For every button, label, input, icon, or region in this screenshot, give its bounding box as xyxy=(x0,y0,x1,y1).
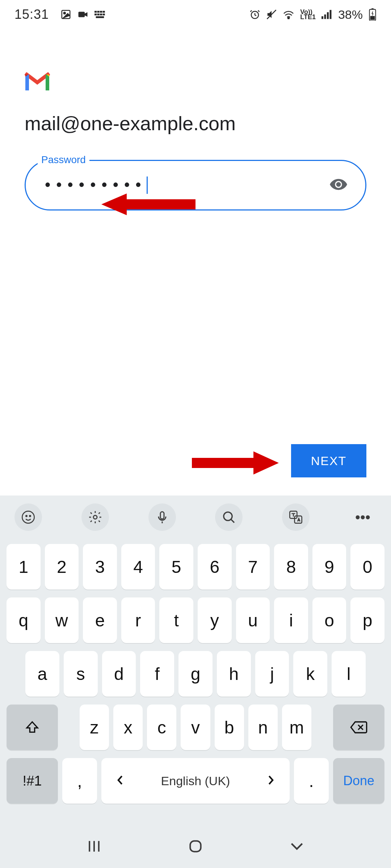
password-input[interactable]: ••••••••• xyxy=(25,160,366,210)
key-b[interactable]: b xyxy=(215,705,244,750)
key-9[interactable]: 9 xyxy=(312,544,346,590)
svg-rect-6 xyxy=(103,11,105,13)
picture-icon xyxy=(60,9,71,20)
key-u[interactable]: u xyxy=(236,597,270,643)
more-icon[interactable]: ••• xyxy=(349,503,377,531)
password-field-wrap: Password ••••••••• xyxy=(25,160,366,210)
key-v[interactable]: v xyxy=(181,705,210,750)
key-5[interactable]: 5 xyxy=(159,544,193,590)
key-h[interactable]: h xyxy=(217,651,251,697)
status-time: 15:31 xyxy=(14,7,49,22)
key-1[interactable]: 1 xyxy=(7,544,41,590)
show-password-icon[interactable] xyxy=(329,175,348,195)
text-cursor xyxy=(147,176,148,194)
key-o[interactable]: o xyxy=(312,597,346,643)
nav-back-icon[interactable] xyxy=(282,835,311,857)
svg-rect-10 xyxy=(103,14,105,16)
key-e[interactable]: e xyxy=(83,597,117,643)
key-3[interactable]: 3 xyxy=(83,544,117,590)
svg-rect-35 xyxy=(190,841,201,851)
svg-point-1 xyxy=(64,12,66,14)
key-0[interactable]: 0 xyxy=(350,544,384,590)
svg-rect-23 xyxy=(46,75,49,90)
emoji-icon[interactable] xyxy=(14,503,42,531)
svg-rect-4 xyxy=(97,11,100,13)
space-language-label: English (UK) xyxy=(161,774,230,788)
key-s[interactable]: s xyxy=(64,651,98,697)
annotation-arrow-icon xyxy=(192,450,279,478)
key-2[interactable]: 2 xyxy=(45,544,79,590)
key-r[interactable]: r xyxy=(121,597,155,643)
key-a[interactable]: a xyxy=(25,651,59,697)
keyboard-row-4: z x c v b n m xyxy=(7,705,384,750)
key-n[interactable]: n xyxy=(248,705,278,750)
search-icon[interactable] xyxy=(215,503,243,531)
key-4[interactable]: 4 xyxy=(121,544,155,590)
next-button[interactable]: NEXT xyxy=(291,444,366,477)
svg-point-27 xyxy=(93,515,97,519)
key-z[interactable]: z xyxy=(80,705,109,750)
keyboard-row-3: a s d f g h j k l xyxy=(7,651,384,697)
key-j[interactable]: j xyxy=(255,651,289,697)
svg-point-24 xyxy=(22,511,34,523)
key-comma[interactable]: , xyxy=(62,758,97,804)
key-7[interactable]: 7 xyxy=(236,544,270,590)
svg-rect-20 xyxy=(371,8,374,9)
keyboard-row-5: !#1 , English (UK) . Done xyxy=(7,758,384,804)
key-d[interactable]: d xyxy=(102,651,136,697)
key-8[interactable]: 8 xyxy=(274,544,308,590)
translate-icon[interactable] xyxy=(282,503,310,531)
key-backspace[interactable] xyxy=(333,705,384,750)
nav-recents-icon[interactable] xyxy=(80,835,109,857)
key-k[interactable]: k xyxy=(293,651,327,697)
video-icon xyxy=(77,9,89,20)
key-g[interactable]: g xyxy=(178,651,213,697)
svg-point-29 xyxy=(224,512,232,520)
nav-home-icon[interactable] xyxy=(181,835,210,857)
key-m[interactable]: m xyxy=(282,705,311,750)
key-t[interactable]: t xyxy=(159,597,193,643)
key-space[interactable]: English (UK) xyxy=(101,758,290,804)
key-i[interactable]: i xyxy=(274,597,308,643)
annotation-arrow-icon xyxy=(101,192,196,218)
soft-keyboard: ••• 1 2 3 4 5 6 7 8 9 0 q w e r t y u i … xyxy=(0,495,391,868)
key-x[interactable]: x xyxy=(113,705,143,750)
gear-icon[interactable] xyxy=(81,503,109,531)
key-done[interactable]: Done xyxy=(333,758,384,804)
svg-rect-21 xyxy=(370,16,375,20)
svg-rect-22 xyxy=(25,75,29,90)
svg-point-25 xyxy=(26,515,27,516)
mic-icon[interactable] xyxy=(148,503,176,531)
battery-icon xyxy=(369,8,377,21)
svg-rect-15 xyxy=(321,16,323,19)
key-q[interactable]: q xyxy=(7,597,41,643)
svg-rect-9 xyxy=(100,14,102,16)
gmail-logo-icon xyxy=(25,72,50,90)
wifi-icon xyxy=(283,10,294,19)
svg-rect-17 xyxy=(327,12,329,19)
key-symbols[interactable]: !#1 xyxy=(7,758,58,804)
key-y[interactable]: y xyxy=(198,597,232,643)
svg-rect-5 xyxy=(100,11,102,13)
svg-rect-16 xyxy=(324,14,326,19)
key-6[interactable]: 6 xyxy=(198,544,232,590)
key-w[interactable]: w xyxy=(45,597,79,643)
svg-rect-3 xyxy=(94,11,97,13)
key-shift[interactable] xyxy=(7,705,58,750)
key-period[interactable]: . xyxy=(294,758,329,804)
key-f[interactable]: f xyxy=(140,651,174,697)
keyboard-row-2: q w e r t y u i o p xyxy=(7,597,384,643)
svg-rect-11 xyxy=(96,16,104,18)
signal-icon xyxy=(321,10,332,19)
keyboard-indicator-icon xyxy=(94,10,105,19)
battery-percent: 38% xyxy=(338,8,363,22)
key-c[interactable]: c xyxy=(147,705,176,750)
svg-point-14 xyxy=(288,17,289,19)
keyboard-toolbar: ••• xyxy=(0,495,391,539)
svg-rect-8 xyxy=(97,14,100,16)
chevron-left-icon xyxy=(116,774,124,788)
svg-rect-28 xyxy=(160,512,164,519)
key-p[interactable]: p xyxy=(350,597,384,643)
account-email: mail@one-example.com xyxy=(25,112,366,135)
key-l[interactable]: l xyxy=(332,651,366,697)
